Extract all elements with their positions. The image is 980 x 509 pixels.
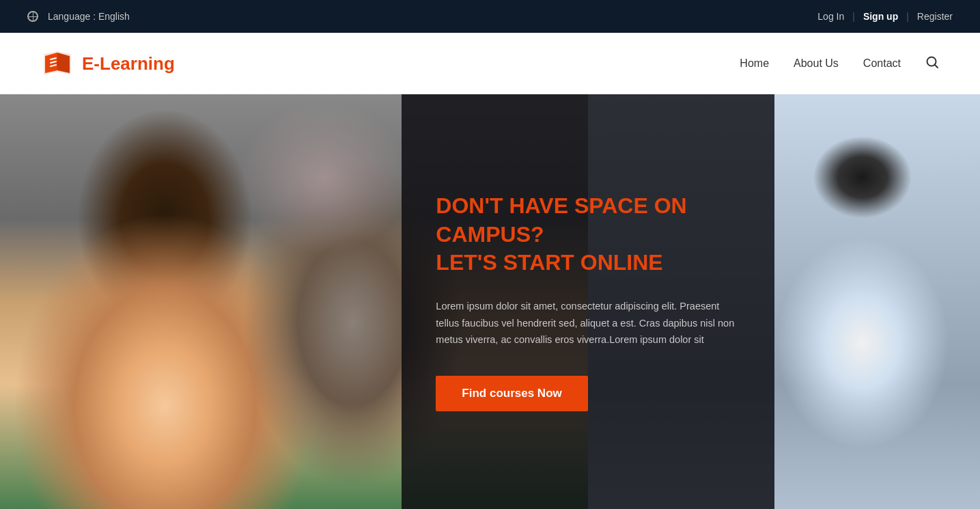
site-header: E-Learning Home About Us Contact (0, 33, 980, 94)
top-bar: Language : English Log In | Sign up | Re… (0, 0, 980, 33)
find-courses-button[interactable]: Find courses Now (436, 376, 587, 411)
hero-body-text: Lorem ipsum dolor sit amet, consectetur … (436, 298, 740, 348)
signup-link[interactable]: Sign up (863, 11, 898, 22)
hero-heading: DON'T HAVE SPACE ON CAMPUS? LET'S START … (436, 192, 740, 277)
register-link[interactable]: Register (917, 11, 953, 22)
auth-links: Log In | Sign up | Register (817, 11, 953, 22)
language-selector[interactable]: Language : English (27, 11, 130, 22)
language-label: Language : English (48, 11, 130, 22)
globe-icon (27, 11, 38, 22)
book-icon (41, 50, 74, 77)
search-icon[interactable] (925, 55, 939, 72)
logo-link[interactable]: E-Learning (41, 50, 175, 77)
login-link[interactable]: Log In (817, 11, 844, 22)
svg-line-1 (935, 64, 938, 68)
nav-about[interactable]: About Us (794, 57, 839, 70)
logo-text: E-Learning (82, 53, 175, 74)
hero-overlay-panel: DON'T HAVE SPACE ON CAMPUS? LET'S START … (402, 94, 774, 509)
divider-2: | (906, 11, 909, 22)
main-nav: Home About Us Contact (740, 55, 939, 72)
nav-home[interactable]: Home (740, 57, 769, 70)
divider-1: | (852, 11, 855, 22)
hero-section: DON'T HAVE SPACE ON CAMPUS? LET'S START … (0, 94, 980, 509)
nav-contact[interactable]: Contact (863, 57, 901, 70)
